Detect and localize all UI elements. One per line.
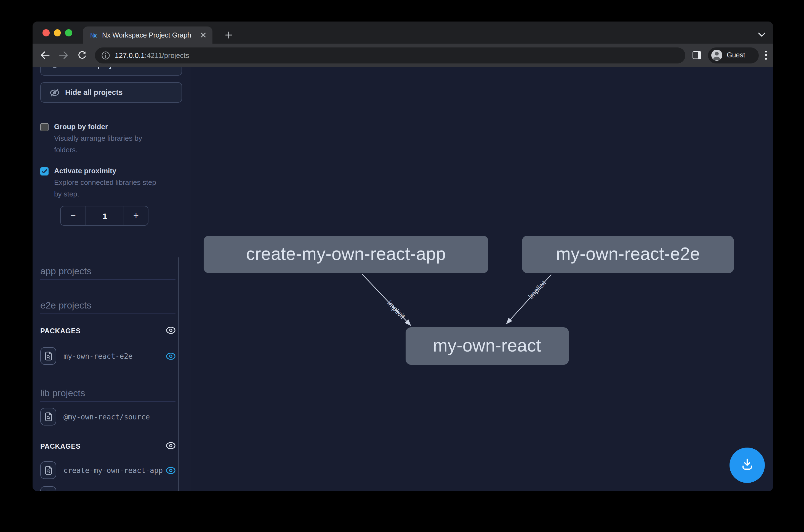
reload-icon[interactable] bbox=[75, 48, 90, 62]
fullscreen-window-button[interactable] bbox=[65, 29, 72, 36]
url-text: 127.0.0.1:4211/projects bbox=[115, 51, 189, 59]
browser-tab[interactable]: Nx Nx Workspace Project Graph bbox=[83, 26, 212, 43]
tab-close-icon[interactable] bbox=[199, 30, 208, 40]
option-list: Group by folderVisually arrange librarie… bbox=[40, 122, 182, 200]
sidebar: Show all projects Hide all projects Grou… bbox=[33, 67, 190, 491]
open-project-details-button[interactable] bbox=[40, 461, 56, 479]
option-description: Explore connected libraries step by step… bbox=[54, 176, 165, 200]
minimize-window-button[interactable] bbox=[54, 29, 61, 36]
graph-node-my-own-react[interactable]: my-own-react bbox=[405, 327, 569, 364]
checked-checkbox[interactable] bbox=[40, 167, 49, 175]
divider bbox=[33, 248, 190, 248]
eye-icon bbox=[50, 67, 60, 70]
new-tab-button[interactable] bbox=[223, 29, 234, 41]
project-row: my-own-react-e2e bbox=[40, 347, 175, 365]
section-header-lib: lib projects bbox=[40, 388, 175, 402]
profile-label: Guest bbox=[727, 51, 745, 59]
url-host: 127.0.0.1 bbox=[115, 51, 145, 59]
project-visibility-eye-icon[interactable] bbox=[166, 467, 175, 474]
download-icon bbox=[740, 457, 754, 473]
forward-icon[interactable] bbox=[56, 48, 71, 62]
show-all-projects-button[interactable]: Show all projects bbox=[40, 67, 182, 76]
proximity-stepper: − 1 + bbox=[60, 206, 149, 226]
tab-list-chevron-icon[interactable] bbox=[758, 29, 765, 39]
edge-label: implicit bbox=[386, 299, 407, 321]
edge-label: implicit bbox=[527, 279, 548, 301]
hide-all-projects-label: Hide all projects bbox=[65, 88, 123, 97]
browser-menu-icon[interactable] bbox=[765, 51, 767, 60]
project-row: create-my-own-react-app bbox=[40, 461, 175, 479]
option-text: Activate proximityExplore connected libr… bbox=[54, 167, 165, 200]
graph-canvas[interactable]: implicitimplicit create-my-own-react-app… bbox=[190, 67, 773, 491]
option-text: Group by folderVisually arrange librarie… bbox=[54, 122, 165, 156]
show-all-projects-label: Show all projects bbox=[65, 67, 126, 69]
toggle-all-visibility-eye-icon[interactable] bbox=[166, 442, 175, 451]
project-row: my-own-react bbox=[40, 486, 175, 491]
project-row: @my-own-react/source bbox=[40, 408, 175, 425]
profile-button[interactable]: Guest bbox=[708, 47, 759, 63]
download-image-button[interactable] bbox=[729, 447, 765, 482]
tab-strip: Nx Nx Workspace Project Graph bbox=[33, 21, 773, 43]
decrement-button[interactable]: − bbox=[61, 206, 86, 225]
unchecked-checkbox[interactable] bbox=[40, 123, 49, 131]
graph-node-create-my-own-react-app[interactable]: create-my-own-react-app bbox=[204, 235, 489, 273]
packages-header: PACKAGES bbox=[40, 442, 175, 451]
close-window-button[interactable] bbox=[42, 29, 50, 36]
project-name: my-own-react-e2e bbox=[63, 352, 166, 360]
section-header-e2e: e2e projects bbox=[40, 300, 175, 314]
section-header-app: app projects bbox=[40, 266, 175, 280]
open-project-details-button[interactable] bbox=[40, 408, 56, 425]
avatar-icon bbox=[711, 50, 722, 61]
proximity-value: 1 bbox=[86, 206, 123, 225]
increment-button[interactable]: + bbox=[123, 206, 148, 225]
sidebar-controls: Show all projects Hide all projects Grou… bbox=[33, 67, 190, 248]
hide-all-projects-button[interactable]: Hide all projects bbox=[40, 82, 182, 103]
browser-window: Nx Nx Workspace Project Graph bbox=[33, 21, 773, 491]
option-label: Activate proximity bbox=[54, 167, 165, 175]
project-name: @my-own-react/source bbox=[63, 413, 175, 421]
packages-label: PACKAGES bbox=[40, 442, 80, 450]
graph-node-my-own-react-e2e[interactable]: my-own-react-e2e bbox=[522, 235, 734, 273]
project-name: create-my-own-react-app bbox=[63, 466, 166, 474]
back-icon[interactable] bbox=[38, 48, 52, 62]
screen: Nx Nx Workspace Project Graph bbox=[0, 0, 804, 532]
packages-label: PACKAGES bbox=[40, 327, 80, 335]
option-label: Group by folder bbox=[54, 122, 165, 131]
project-name: my-own-react bbox=[63, 491, 166, 491]
sidebar-scrollbar-thumb[interactable] bbox=[177, 257, 179, 491]
edge-layer: implicitimplicit bbox=[190, 67, 773, 491]
site-info-icon[interactable] bbox=[101, 51, 110, 59]
packages-header: PACKAGES bbox=[40, 327, 175, 336]
project-list: app projectse2e projectsPACKAGESmy-own-r… bbox=[33, 266, 190, 491]
option-description: Visually arrange libraries by folders. bbox=[54, 132, 165, 156]
nx-graph-app: Show all projects Hide all projects Grou… bbox=[33, 67, 773, 491]
eye-off-icon bbox=[50, 88, 60, 97]
open-project-details-button[interactable] bbox=[40, 486, 56, 491]
open-project-details-button[interactable] bbox=[40, 347, 56, 365]
option-row: Activate proximityExplore connected libr… bbox=[40, 167, 182, 200]
browser-toolbar: 127.0.0.1:4211/projects Guest bbox=[33, 43, 773, 67]
side-panel-icon[interactable] bbox=[692, 51, 701, 59]
url-path: :4211/projects bbox=[145, 51, 189, 59]
url-bar[interactable]: 127.0.0.1:4211/projects bbox=[95, 47, 685, 63]
option-row: Group by folderVisually arrange librarie… bbox=[40, 122, 182, 156]
project-visibility-eye-icon[interactable] bbox=[166, 353, 175, 360]
tab-title: Nx Workspace Project Graph bbox=[102, 31, 199, 39]
nx-favicon: Nx bbox=[89, 31, 98, 39]
toggle-all-visibility-eye-icon[interactable] bbox=[166, 327, 175, 336]
